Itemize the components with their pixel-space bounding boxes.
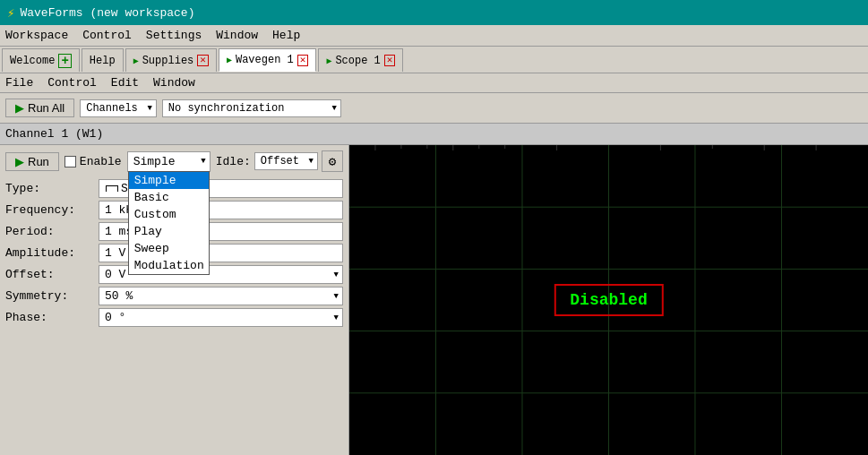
run-all-play-icon: ▶: [15, 101, 24, 115]
tab-help[interactable]: Help: [82, 48, 124, 72]
symmetry-text: 50 %: [105, 289, 133, 303]
toolbar: ▶ Run All Channels No synchronization: [0, 93, 868, 124]
offset-label: Offset:: [5, 265, 95, 284]
scope-label: Scope 1: [335, 55, 380, 67]
enable-label: Enable: [80, 155, 122, 168]
wavegen-close-button[interactable]: ✕: [297, 55, 309, 66]
mode-option-play[interactable]: Play: [129, 223, 209, 240]
mode-option-custom[interactable]: Custom: [129, 206, 209, 223]
supplies-play-icon: ▶: [133, 56, 139, 66]
mode-option-sweep[interactable]: Sweep: [129, 240, 209, 257]
mode-selected-label: Simple: [133, 155, 176, 168]
mode-dropdown[interactable]: Simple Simple Basic Custom Play Sweep Mo…: [127, 151, 211, 172]
sec-menu-file[interactable]: File: [5, 76, 33, 90]
menu-workspace[interactable]: Workspace: [5, 29, 68, 42]
menu-window[interactable]: Window: [216, 29, 258, 42]
main-content: ▶ Run Enable Simple Simple Basic Custom …: [0, 145, 868, 455]
mode-dropdown-list: Simple Basic Custom Play Sweep Modulatio…: [128, 171, 210, 275]
phase-dropdown[interactable]: 0 °: [99, 308, 343, 327]
tab-bar: Welcome + Help ▶ Supplies ✕ ▶ Wavegen 1 …: [0, 47, 868, 73]
sec-menu-window[interactable]: Window: [153, 76, 195, 90]
frequency-label: Frequency:: [5, 201, 95, 219]
amplitude-label: Amplitude:: [5, 244, 95, 262]
idle-value: Offset: [261, 155, 299, 167]
menu-control[interactable]: Control: [82, 29, 132, 42]
channel-bar: Channel 1 (W1): [0, 124, 868, 145]
wavegen-play-icon: ▶: [227, 55, 232, 65]
mode-dropdown-header[interactable]: Simple: [128, 152, 210, 171]
sec-menu-edit[interactable]: Edit: [111, 76, 139, 90]
channel-controls: ▶ Run Enable Simple Simple Basic Custom …: [5, 150, 343, 172]
oscilloscope-panel: Disabled: [349, 145, 868, 455]
symmetry-label: Symmetry:: [5, 287, 95, 305]
supplies-close-button[interactable]: ✕: [197, 55, 209, 66]
enable-checkbox-container: Enable: [64, 155, 122, 168]
period-label: Period:: [5, 222, 95, 241]
tab-supplies[interactable]: ▶ Supplies ✕: [125, 48, 217, 72]
supplies-label: Supplies: [142, 55, 194, 67]
idle-label: Idle:: [216, 155, 251, 168]
idle-section: Idle: Offset ⚙: [216, 150, 343, 172]
menu-help[interactable]: Help: [272, 29, 300, 42]
sync-dropdown[interactable]: No synchronization: [162, 99, 341, 117]
channel-label: Channel 1 (W1): [5, 127, 103, 141]
secondary-menu: File Control Edit Window: [0, 73, 868, 93]
menu-bar: Workspace Control Settings Window Help: [0, 25, 868, 47]
app-title: WaveForms (new workspace): [20, 6, 194, 20]
channels-label: Channels: [86, 102, 138, 115]
wavegen-label: Wavegen 1: [236, 54, 294, 66]
welcome-label: Welcome: [10, 55, 55, 67]
type-label: Type:: [5, 179, 95, 198]
scope-close-button[interactable]: ✕: [384, 55, 396, 66]
tab-welcome[interactable]: Welcome +: [2, 48, 80, 72]
phase-label: Phase:: [5, 308, 95, 327]
run-button[interactable]: ▶ Run: [5, 152, 59, 171]
menu-settings[interactable]: Settings: [146, 29, 202, 42]
enable-checkbox[interactable]: [64, 156, 76, 167]
idle-dropdown[interactable]: Offset: [254, 152, 318, 170]
mode-option-simple[interactable]: Simple: [129, 172, 209, 189]
run-all-button[interactable]: ▶ Run All: [5, 99, 74, 117]
run-play-icon: ▶: [15, 155, 24, 168]
title-bar: ⚡ WaveForms (new workspace): [0, 0, 868, 25]
amplitude-text: 1 V: [105, 246, 125, 260]
run-label: Run: [28, 155, 49, 168]
gear-button[interactable]: ⚙: [322, 150, 343, 172]
mode-option-modulation[interactable]: Modulation: [129, 257, 209, 274]
run-all-label: Run All: [28, 101, 64, 115]
disabled-label: Disabled: [554, 284, 663, 316]
app-logo: ⚡: [7, 5, 14, 21]
offset-text: 0 V: [105, 268, 125, 281]
square-wave-icon: [105, 185, 117, 193]
sec-menu-control[interactable]: Control: [47, 76, 97, 90]
help-label: Help: [90, 55, 116, 67]
mode-option-basic[interactable]: Basic: [129, 189, 209, 206]
left-panel: ▶ Run Enable Simple Simple Basic Custom …: [0, 145, 349, 455]
symmetry-dropdown[interactable]: 50 %: [99, 287, 343, 305]
channels-dropdown[interactable]: Channels: [80, 99, 157, 117]
tab-scope1[interactable]: ▶ Scope 1 ✕: [318, 48, 403, 72]
tab-wavegen1[interactable]: ▶ Wavegen 1 ✕: [219, 48, 316, 72]
phase-text: 0 °: [105, 311, 125, 324]
add-tab-button[interactable]: +: [58, 54, 71, 68]
sync-label: No synchronization: [168, 102, 285, 115]
scope-play-icon: ▶: [326, 56, 331, 66]
